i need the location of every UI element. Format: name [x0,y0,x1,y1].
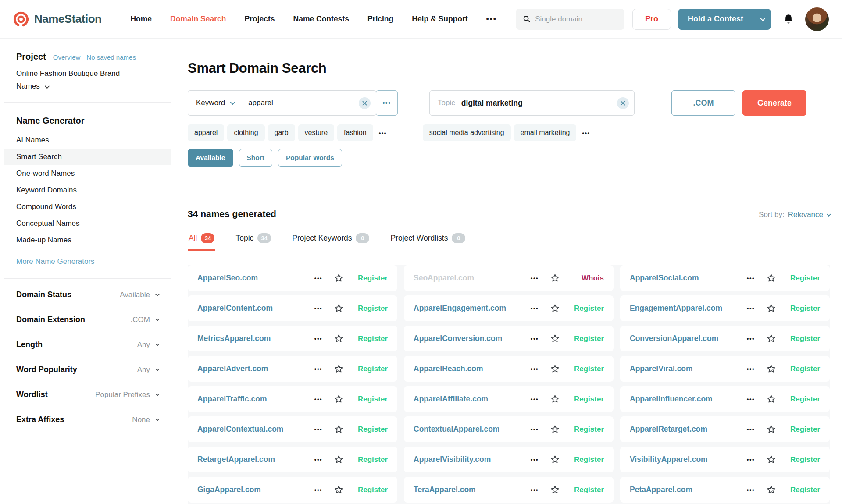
domain-name-link[interactable]: ApparelSocial.com [630,273,699,283]
topic-input[interactable] [461,99,611,108]
results-tab[interactable]: Topic 34 [235,229,272,251]
generator-item[interactable]: Keyword Domains [4,182,171,199]
domain-action-link[interactable]: Register [572,486,604,494]
domain-name-link[interactable]: ConversionApparel.com [630,334,718,343]
more-options-button[interactable]: ••• [747,396,755,402]
domain-action-link[interactable]: Register [356,304,388,313]
save-star-button[interactable] [334,454,344,465]
domain-name-link[interactable]: ApparelAffiliate.com [414,394,488,404]
brand-logo[interactable]: NameStation [12,11,101,28]
more-options-button[interactable]: ••• [314,335,322,342]
domain-action-link[interactable]: Register [356,395,388,404]
generator-item[interactable]: One-word Names [4,165,171,182]
domain-action-link[interactable]: Register [788,455,820,464]
domain-action-link[interactable]: Register [572,334,604,343]
more-options-button[interactable]: ••• [531,366,539,372]
topic-chip[interactable]: ••• [579,125,592,141]
more-options-button[interactable]: ••• [747,366,755,372]
keyword-input[interactable] [248,99,359,107]
domain-name-link[interactable]: ApparelRetarget.com [630,425,707,434]
pro-button[interactable]: Pro [632,9,671,30]
nav-item[interactable]: Pricing [367,14,393,24]
save-star-button[interactable] [766,364,776,374]
domain-action-link[interactable]: Register [788,425,820,434]
save-star-button[interactable] [766,273,776,283]
domain-action-link[interactable]: Register [356,425,388,434]
domain-action-link[interactable]: Register [356,334,388,343]
domain-name-link[interactable]: RetargetApparel.com [197,455,275,464]
generator-item[interactable]: Compound Words [4,199,171,215]
more-options-button[interactable]: ••• [747,426,755,433]
domain-action-link[interactable]: Register [788,274,820,283]
more-options-button[interactable]: ••• [314,456,322,463]
keyword-chip[interactable]: vesture [298,124,334,141]
more-options-button[interactable]: ••• [531,456,539,463]
domain-name-link[interactable]: ApparelContextual.com [197,425,283,434]
domain-name-link[interactable]: EngagementApparel.com [630,304,722,313]
nav-item[interactable]: Help & Support [412,14,467,24]
clear-keyword-button[interactable] [359,97,371,109]
domain-action-link[interactable]: Register [572,455,604,464]
save-star-button[interactable] [334,364,344,374]
domain-action-link[interactable]: Register [788,395,820,404]
domain-name-link[interactable]: PetaApparel.com [630,485,692,494]
generate-button[interactable]: Generate [742,90,806,116]
save-star-button[interactable] [334,424,344,434]
save-star-button[interactable] [334,485,344,495]
filter-row[interactable]: Domain Status Available [16,282,158,307]
more-options-button[interactable]: ••• [531,305,539,312]
domain-action-link[interactable]: Register [788,304,820,313]
topic-search-box[interactable]: Topic [429,90,635,116]
domain-name-link[interactable]: ApparelInfluencer.com [630,394,713,404]
nav-item[interactable]: Projects [244,14,275,24]
save-star-button[interactable] [550,394,560,404]
more-options-button[interactable]: ••• [531,275,539,281]
filter-row[interactable]: Length Any [16,332,158,357]
save-star-button[interactable] [550,364,560,374]
domain-name-link[interactable]: ApparelReach.com [414,364,483,373]
save-star-button[interactable] [550,334,560,344]
nav-item[interactable]: ••• [486,14,497,24]
domain-name-link[interactable]: TeraApparel.com [414,485,476,494]
topic-chip[interactable]: social media advertising [423,124,511,141]
more-options-button[interactable]: ••• [747,305,755,312]
domain-action-link[interactable]: Register [572,365,604,373]
more-keyword-options-button[interactable]: ••• [376,90,398,116]
keyword-chip[interactable]: clothing [227,124,264,141]
save-star-button[interactable] [550,273,560,283]
save-star-button[interactable] [766,485,776,495]
project-link[interactable]: No saved names [86,53,136,61]
filter-row[interactable]: Extra Affixes None [16,407,158,432]
save-star-button[interactable] [550,485,560,495]
domain-name-link[interactable]: ContextualApparel.com [414,425,499,434]
more-options-button[interactable]: ••• [531,335,539,342]
results-tab[interactable]: Project Wordlists 0 [389,229,466,251]
save-star-button[interactable] [550,303,560,313]
domain-name-link[interactable]: ApparelContent.com [197,304,273,313]
more-options-button[interactable]: ••• [314,486,322,493]
more-options-button[interactable]: ••• [747,486,755,493]
more-generators-link[interactable]: More Name Generators [16,255,158,269]
contest-dropdown-toggle[interactable] [753,9,771,30]
more-options-button[interactable]: ••• [531,426,539,433]
save-star-button[interactable] [766,334,776,344]
filter-pill[interactable]: Short [239,149,272,167]
domain-name-link[interactable]: ApparelViral.com [630,364,693,373]
clear-topic-button[interactable] [617,97,629,109]
keyword-chip[interactable]: garb [268,124,295,141]
avatar[interactable] [805,7,829,31]
hold-a-contest-button[interactable]: Hold a Contest [678,9,771,30]
domain-action-link[interactable]: Register [572,395,604,404]
keyword-type-select[interactable]: Keyword [188,91,242,115]
keyword-chip[interactable]: fashion [337,124,373,141]
domain-action-link[interactable]: Register [356,486,388,494]
more-options-button[interactable]: ••• [314,426,322,433]
more-options-button[interactable]: ••• [747,456,755,463]
project-name-dropdown[interactable]: Online Fashion Boutique Brand Names [16,67,135,92]
save-star-button[interactable] [766,454,776,465]
more-options-button[interactable]: ••• [314,305,322,312]
domain-action-link[interactable]: Register [356,365,388,373]
domain-name-link[interactable]: VisibilityApparel.com [630,455,708,464]
keyword-chip[interactable]: apparel [188,124,224,141]
generator-item[interactable]: AI Names [4,132,171,149]
